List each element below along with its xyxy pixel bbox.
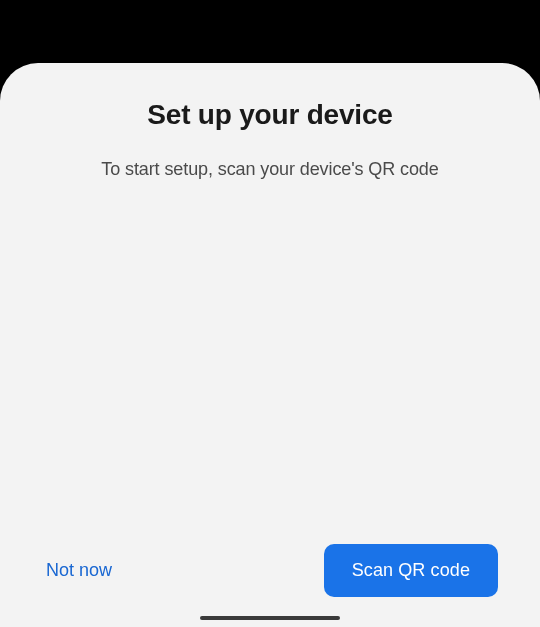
page-title: Set up your device [30, 99, 510, 131]
scan-qr-code-button[interactable]: Scan QR code [324, 544, 498, 597]
not-now-button[interactable]: Not now [42, 550, 116, 591]
setup-bottom-sheet: Set up your device To start setup, scan … [0, 63, 540, 627]
page-subtitle: To start setup, scan your device's QR co… [30, 159, 510, 180]
content-spacer [30, 180, 510, 544]
gesture-nav-bar[interactable] [200, 616, 340, 620]
action-bar: Not now Scan QR code [30, 544, 510, 627]
